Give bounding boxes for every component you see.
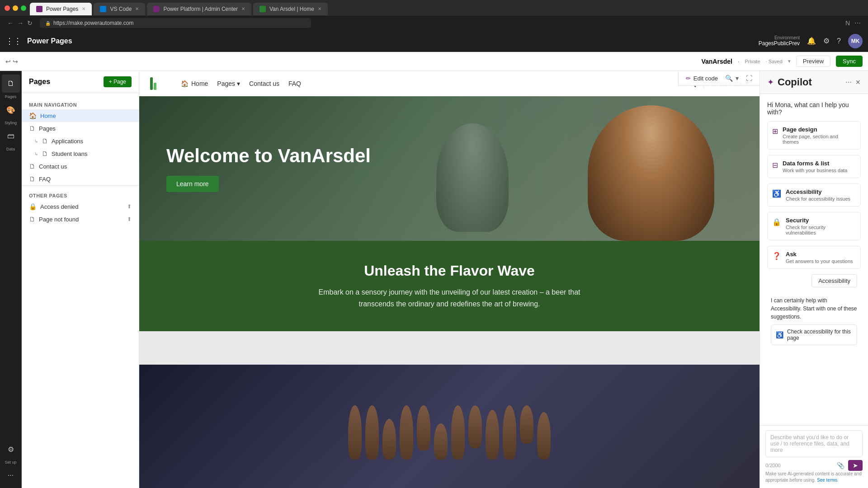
tab-vscode[interactable]: VS Code ✕ bbox=[94, 3, 145, 15]
home-icon: 🏠 bbox=[29, 112, 37, 119]
styling-label: Styling bbox=[5, 121, 17, 125]
tab-power-pages[interactable]: Power Pages ✕ bbox=[30, 3, 92, 15]
sidebar-item-pages[interactable]: 🗋 Pages bbox=[2, 75, 20, 99]
tab-close-vanarsdel[interactable]: ✕ bbox=[318, 6, 321, 11]
back-button[interactable]: ← bbox=[7, 19, 14, 27]
sidebar-item-setup[interactable]: ⚙ Set up bbox=[2, 440, 20, 465]
ask-text: Ask Get answers to your questions bbox=[786, 251, 856, 264]
maximize-window-btn[interactable] bbox=[21, 5, 26, 11]
edit-code-bar: ✏ Edit code 🔍 ▾ ⛶ bbox=[678, 71, 760, 86]
ask-icon: ❓ bbox=[772, 252, 781, 260]
environment-label: Environment bbox=[759, 35, 800, 40]
status-chevron[interactable]: ▾ bbox=[788, 58, 791, 64]
profile-icon[interactable]: N bbox=[845, 19, 850, 27]
copilot-option-data-forms[interactable]: ⊟ Data forms & list Work with your busin… bbox=[767, 155, 861, 178]
site-nav-home[interactable]: 🏠 Home bbox=[181, 80, 208, 87]
tab-close-power-pages[interactable]: ✕ bbox=[82, 6, 85, 11]
settings-icon[interactable]: ⚙ bbox=[823, 37, 830, 45]
nav-item-pages[interactable]: 🗋 Pages bbox=[22, 122, 139, 135]
copilot-option-page-design[interactable]: ⊞ Page design Create page, section and t… bbox=[767, 121, 861, 150]
tab-bar: Power Pages ✕ VS Code ✕ Power Platform |… bbox=[30, 0, 863, 16]
help-icon[interactable]: ? bbox=[837, 37, 841, 45]
sidebar-item-more[interactable]: ··· bbox=[2, 466, 20, 484]
pages-panel: Pages + Page Main navigation 🏠 Home 🗋 Pa… bbox=[22, 71, 139, 488]
save-status: · Saved bbox=[766, 59, 783, 64]
preview-button[interactable]: Preview bbox=[796, 56, 830, 67]
browser-nav-buttons: ← → ↻ bbox=[7, 19, 33, 27]
copilot-close-button[interactable]: ✕ bbox=[855, 79, 861, 86]
waffle-menu-icon[interactable]: ⋮⋮ bbox=[5, 36, 22, 46]
extensions-icon[interactable]: ⋯ bbox=[854, 19, 861, 27]
zoom-controls: 🔍 ▾ bbox=[725, 75, 739, 82]
security-icon: 🔒 bbox=[772, 218, 781, 226]
nav-item-access-denied[interactable]: 🔒 Access denied ⬆ bbox=[22, 200, 139, 213]
copilot-more-button[interactable]: ⋯ bbox=[845, 79, 852, 86]
nav-item-home-label: Home bbox=[40, 113, 56, 119]
accessibility-title: Accessibility bbox=[786, 188, 856, 195]
access-denied-icon: 🔒 bbox=[29, 203, 37, 210]
hand-5 bbox=[417, 405, 430, 450]
toolbar-right: VanArsdel · Private · Saved ▾ Preview Sy… bbox=[701, 56, 863, 67]
data-icon: 🗃 bbox=[2, 127, 20, 145]
user-avatar[interactable]: MK bbox=[848, 34, 863, 48]
zoom-in-button[interactable]: ▾ bbox=[736, 75, 739, 82]
site-nav-faq-label: FAQ bbox=[288, 80, 301, 87]
disclaimer-link[interactable]: See terms bbox=[817, 478, 838, 483]
tab-admin[interactable]: Power Platform | Admin Center ✕ bbox=[147, 3, 251, 15]
site-nav-pages-label: Pages bbox=[217, 80, 235, 87]
tab-close-vscode[interactable]: ✕ bbox=[135, 6, 139, 11]
chat-suggestion-accessibility[interactable]: ♿ Check accessibility for this page bbox=[771, 324, 857, 345]
other-pages-section-title: Other pages bbox=[22, 189, 139, 200]
nav-item-contact-us[interactable]: 🗋 Contact us bbox=[22, 160, 139, 173]
edit-code-button[interactable]: ✏ Edit code bbox=[686, 75, 718, 82]
site-nav-pages[interactable]: Pages ▾ bbox=[217, 80, 240, 87]
chat-send-row: 📎 ➤ bbox=[837, 460, 863, 471]
fullscreen-button[interactable]: ⛶ bbox=[746, 75, 752, 82]
redo-button[interactable]: ↪ bbox=[13, 58, 18, 65]
nav-item-faq-label: FAQ bbox=[39, 176, 51, 183]
site-status: · bbox=[738, 58, 739, 65]
nav-item-home[interactable]: 🏠 Home bbox=[22, 109, 139, 122]
security-description: Check for security vulnerabilities bbox=[786, 225, 856, 235]
site-logo bbox=[150, 77, 163, 90]
close-window-btn[interactable] bbox=[5, 5, 10, 11]
tab-vanarsdel[interactable]: Van Arsdel | Home ✕ bbox=[253, 3, 328, 15]
main-toolbar: ↩ ↪ VanArsdel · Private · Saved ▾ Previe… bbox=[0, 52, 868, 71]
copilot-option-ask[interactable]: ❓ Ask Get answers to your questions bbox=[767, 246, 861, 269]
undo-button[interactable]: ↩ bbox=[5, 58, 11, 65]
icon-sidebar: 🗋 Pages 🎨 Styling 🗃 Data ⚙ Set up ··· bbox=[0, 71, 22, 488]
data-forms-icon: ⊟ bbox=[772, 161, 778, 169]
minimize-window-btn[interactable] bbox=[13, 5, 18, 11]
url-bar[interactable]: 🔒 https://make.powerautomate.com bbox=[40, 18, 311, 28]
nav-item-applications[interactable]: ↳ 🗋 Applications bbox=[22, 135, 139, 147]
chat-attach-button[interactable]: 📎 bbox=[837, 460, 844, 471]
sync-button[interactable]: Sync bbox=[836, 56, 863, 67]
suggestion-accessibility-icon: ♿ bbox=[776, 331, 783, 338]
tab-close-admin[interactable]: ✕ bbox=[241, 6, 245, 11]
hand-7 bbox=[451, 405, 465, 460]
hero-cta-button[interactable]: Learn more bbox=[166, 176, 219, 192]
nav-item-student-loans[interactable]: ↳ 🗋 Student loans bbox=[22, 147, 139, 160]
nav-item-page-not-found[interactable]: 🗋 Page not found ⬆ bbox=[22, 213, 139, 225]
copilot-logo-icon: ✦ bbox=[767, 77, 774, 87]
chat-input-area[interactable]: Describe what you'd like to do or use / … bbox=[765, 430, 863, 457]
forward-button[interactable]: → bbox=[17, 19, 24, 27]
site-nav-contact[interactable]: Contact us bbox=[249, 80, 279, 87]
site-nav-faq[interactable]: FAQ bbox=[288, 80, 301, 87]
window-controls bbox=[5, 5, 26, 11]
copilot-option-accessibility[interactable]: ♿ Accessibility Check for accessibility … bbox=[767, 183, 861, 206]
add-page-button[interactable]: + Page bbox=[104, 76, 132, 87]
chat-message: I can certainly help with Accessibility.… bbox=[771, 296, 857, 321]
privacy-status: Private bbox=[745, 59, 760, 64]
copilot-header-actions: ⋯ ✕ bbox=[845, 79, 861, 86]
refresh-button[interactable]: ↻ bbox=[27, 19, 33, 27]
zoom-out-button[interactable]: 🔍 bbox=[725, 75, 733, 82]
toolbar-left: ↩ ↪ bbox=[5, 58, 18, 65]
copilot-option-security[interactable]: 🔒 Security Check for security vulnerabil… bbox=[767, 212, 861, 240]
nav-item-faq[interactable]: 🗋 FAQ bbox=[22, 173, 139, 185]
sidebar-item-styling[interactable]: 🎨 Styling bbox=[2, 101, 20, 125]
accessibility-quick-button[interactable]: Accessibility bbox=[811, 274, 857, 287]
notification-icon[interactable]: 🔔 bbox=[807, 37, 816, 45]
chat-send-button[interactable]: ➤ bbox=[848, 460, 863, 471]
sidebar-item-data[interactable]: 🗃 Data bbox=[2, 127, 20, 151]
